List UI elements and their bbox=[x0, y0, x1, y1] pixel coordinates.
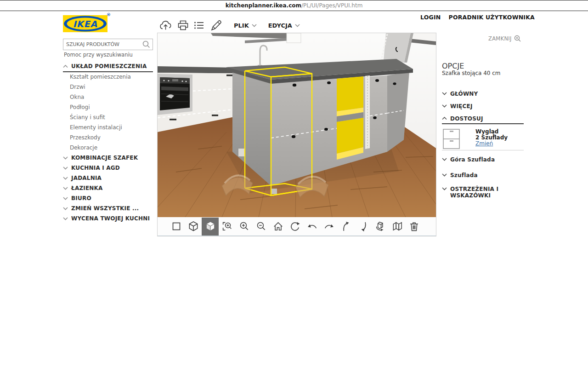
chevron-down-icon bbox=[442, 92, 447, 95]
browser-url-bar[interactable]: kitchenplanner.ikea.com/PL/UI/Pages/VPUI… bbox=[0, 0, 588, 11]
divider bbox=[442, 150, 524, 150]
edit-menu-label: EDYCJA bbox=[268, 22, 292, 29]
chevron-down-icon bbox=[63, 187, 68, 190]
sidebar-section-label: WYCENA TWOJEJ KUCHNI bbox=[71, 215, 150, 222]
item-list-icon bbox=[194, 21, 204, 30]
options-section-glowny[interactable]: GŁÓWNY bbox=[442, 91, 478, 97]
search-help-link[interactable]: Pomoc przy wyszukiwaniu bbox=[64, 52, 133, 58]
wireframe-3d-view-button[interactable] bbox=[185, 218, 202, 236]
sidebar-section-lazienka[interactable]: ŁAZIENKA bbox=[63, 185, 103, 191]
sidebar-section-label: ŁAZIENKA bbox=[71, 185, 103, 191]
view-toolbar bbox=[158, 217, 436, 236]
options-section-label: Szuflada bbox=[450, 172, 478, 178]
tilt-up-button[interactable] bbox=[338, 218, 355, 236]
file-menu-label: PLIK bbox=[234, 22, 249, 29]
sidebar-section-label: JADALNIA bbox=[71, 175, 102, 181]
chevron-up-icon bbox=[442, 117, 447, 120]
sidebar-section-label: KUCHNIA I AGD bbox=[71, 165, 120, 171]
options-section-wiecej[interactable]: WIĘCEJ bbox=[442, 103, 473, 109]
chevron-down-icon bbox=[442, 173, 447, 177]
chevron-down-icon bbox=[442, 187, 447, 190]
chevron-down-icon bbox=[252, 24, 257, 27]
sidebar-section-label: KOMBINACJE SZAFEK bbox=[71, 155, 138, 161]
item-list-button[interactable] bbox=[194, 21, 204, 30]
options-section-label: Góra Szuflada bbox=[450, 156, 495, 163]
zoom-in-button[interactable] bbox=[236, 218, 253, 236]
pencil-icon bbox=[209, 19, 222, 32]
chevron-down-icon bbox=[63, 197, 68, 200]
user-guide-link[interactable]: PORADNIK UŻYTKOWNIKA bbox=[449, 14, 535, 21]
open-walls-button[interactable] bbox=[389, 218, 406, 236]
sidebar-section-kuchnia-i-agd[interactable]: KUCHNIA I AGD bbox=[63, 165, 120, 171]
options-section-label: OSTRZEŻENIA I WSKAZÓWKI bbox=[450, 186, 505, 199]
close-options-button[interactable]: ZAMKNIJ bbox=[488, 35, 521, 42]
section-divider bbox=[442, 123, 524, 124]
appearance-thumbnail bbox=[442, 128, 461, 150]
search-input[interactable] bbox=[63, 40, 142, 49]
file-menu[interactable]: PLIK bbox=[234, 22, 257, 29]
chevron-down-icon bbox=[295, 24, 300, 27]
kitchen-3d-view[interactable] bbox=[158, 33, 436, 217]
sidebar-section-label: BIURO bbox=[71, 195, 91, 201]
sidebar-item-dekoracje[interactable]: Dekoracje bbox=[70, 144, 97, 151]
options-section-gora-szuflada[interactable]: Góra Szuflada bbox=[442, 156, 495, 163]
options-section-szuflada[interactable]: Szuflada bbox=[442, 172, 478, 178]
options-section-label: DOSTOSUJ bbox=[450, 115, 483, 122]
sidebar-item-przeszkody[interactable]: Przeszkody bbox=[70, 134, 101, 141]
url-path: /PL/UI/Pages/VPUI.htm bbox=[301, 2, 362, 9]
search-icon[interactable] bbox=[142, 40, 150, 48]
edit-pencil-button[interactable] bbox=[209, 19, 222, 32]
print-button[interactable] bbox=[177, 20, 189, 31]
open-cabinet-shelves[interactable] bbox=[337, 76, 363, 160]
rotate-object-button[interactable] bbox=[372, 218, 389, 236]
options-section-label: WIĘCEJ bbox=[450, 103, 473, 109]
chevron-down-icon bbox=[442, 158, 447, 161]
options-section-label: GŁÓWNY bbox=[450, 91, 478, 97]
edit-menu[interactable]: EDYCJA bbox=[268, 22, 300, 29]
undo-button[interactable] bbox=[304, 218, 321, 236]
chevron-down-icon bbox=[63, 156, 68, 160]
options-section-ostrzezenia[interactable]: OSTRZEŻENIA I WSKAZÓWKI bbox=[442, 186, 505, 199]
sidebar-section-uklad-pomieszczenia[interactable]: UKŁAD POMIESZCZENIA bbox=[63, 63, 147, 69]
sidebar-section-zmien-wszystkie[interactable]: ZMIEŃ WSZYSTKIE ... bbox=[63, 205, 139, 212]
ikea-logo[interactable]: IKEA ® bbox=[63, 15, 107, 32]
zoom-region-button[interactable] bbox=[219, 218, 236, 236]
cabinet-leg bbox=[238, 149, 245, 156]
printer-icon bbox=[177, 20, 189, 31]
sidebar-item-elementy-instalacji[interactable]: Elementy instalacji bbox=[70, 124, 122, 131]
login-link[interactable]: LOGIN bbox=[420, 14, 441, 21]
sidebar-section-biuro[interactable]: BIURO bbox=[63, 195, 91, 201]
cabinet-leg bbox=[271, 189, 277, 194]
sidebar-section-kombinacje-szafek[interactable]: KOMBINACJE SZAFEK bbox=[63, 155, 138, 161]
save-to-cloud-button[interactable] bbox=[159, 19, 172, 31]
home-view-button[interactable] bbox=[270, 218, 287, 236]
plan-view-button[interactable] bbox=[168, 218, 185, 236]
redo-button[interactable] bbox=[321, 218, 338, 236]
options-panel-title: OPCJE bbox=[442, 62, 464, 70]
close-label: ZAMKNIJ bbox=[488, 35, 512, 42]
selected-item-name: Szafka stojąca 40 cm bbox=[442, 70, 501, 76]
sidebar-section-label: UKŁAD POMIESZCZENIA bbox=[71, 63, 147, 69]
chevron-up-icon bbox=[63, 65, 68, 68]
sidebar-item-ksztalt-pomieszczenia[interactable]: Kształt pomieszczenia bbox=[70, 74, 131, 80]
chevron-down-icon bbox=[442, 104, 447, 108]
solid-3d-view-button[interactable] bbox=[202, 218, 219, 236]
delete-button[interactable] bbox=[406, 218, 423, 236]
cloud-upload-icon bbox=[159, 19, 172, 31]
planner-viewport bbox=[157, 33, 436, 236]
orbit-button[interactable] bbox=[287, 218, 304, 236]
sidebar-item-sciany-i-sufit[interactable]: Ściany i sufit bbox=[70, 114, 105, 121]
tilt-down-button[interactable] bbox=[355, 218, 372, 236]
sidebar-item-podlogi[interactable]: Podłogi bbox=[70, 104, 90, 110]
sidebar-section-jadalnia[interactable]: JADALNIA bbox=[63, 175, 102, 181]
zoom-out-button[interactable] bbox=[253, 218, 270, 236]
options-section-dostosuj[interactable]: DOSTOSUJ bbox=[442, 115, 483, 122]
product-search[interactable] bbox=[63, 39, 153, 50]
wall-oven[interactable] bbox=[158, 74, 192, 115]
section-divider bbox=[63, 71, 153, 72]
change-appearance-link[interactable]: Zmień bbox=[475, 140, 493, 147]
sidebar-section-wycena-twojej-kuchni[interactable]: WYCENA TWOJEJ KUCHNI bbox=[63, 215, 150, 222]
sidebar-item-okna[interactable]: Okna bbox=[70, 94, 84, 100]
sidebar-item-drzwi[interactable]: Drzwi bbox=[70, 84, 85, 90]
chevron-down-icon bbox=[63, 207, 68, 210]
